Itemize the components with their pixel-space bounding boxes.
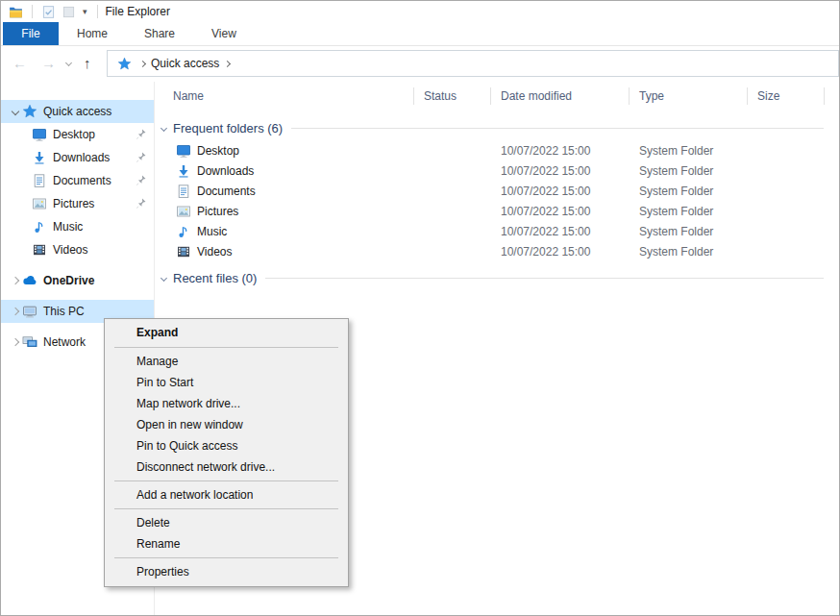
menu-item-open-in-new-window[interactable]: Open in new window bbox=[105, 414, 348, 435]
chevron-right-icon[interactable] bbox=[12, 338, 19, 346]
tab-share[interactable]: Share bbox=[126, 22, 193, 45]
column-header-status[interactable]: Status bbox=[414, 82, 491, 111]
sidebar-item-pictures[interactable]: Pictures bbox=[1, 192, 154, 215]
chevron-down-icon[interactable] bbox=[161, 274, 167, 281]
sidebar-item-videos[interactable]: Videos bbox=[1, 238, 154, 261]
toolbar-separator bbox=[32, 5, 33, 18]
sidebar-item-label: Desktop bbox=[53, 128, 95, 141]
file-name: Videos bbox=[197, 245, 232, 259]
menu-separator bbox=[114, 508, 338, 509]
documents-icon bbox=[32, 173, 47, 188]
this-pc-icon bbox=[22, 304, 37, 319]
music-icon bbox=[176, 224, 191, 239]
group-divider-line bbox=[265, 278, 824, 279]
column-header-name[interactable]: Name bbox=[155, 82, 414, 111]
tab-file[interactable]: File bbox=[3, 22, 59, 45]
context-menu: Expand Manage Pin to Start Map network d… bbox=[104, 318, 349, 587]
menu-item-properties[interactable]: Properties bbox=[105, 561, 348, 582]
properties-icon[interactable] bbox=[41, 5, 56, 19]
file-explorer-window: ▾ File Explorer File Home Share View ← →… bbox=[0, 0, 840, 616]
videos-icon bbox=[32, 242, 47, 258]
chevron-right-icon[interactable] bbox=[12, 308, 19, 315]
sidebar-item-documents[interactable]: Documents bbox=[1, 169, 154, 192]
sidebar-item-label: Network bbox=[43, 335, 86, 349]
file-name: Documents bbox=[197, 185, 256, 198]
file-type: System Folder bbox=[630, 185, 748, 198]
menu-item-manage[interactable]: Manage bbox=[105, 351, 348, 372]
file-name: Downloads bbox=[197, 164, 254, 178]
file-type: System Folder bbox=[630, 225, 748, 238]
menu-item-add-network-location[interactable]: Add a network location bbox=[105, 484, 348, 505]
ribbon-tabs: File Home Share View bbox=[1, 22, 839, 46]
title-bar: ▾ File Explorer bbox=[1, 1, 839, 22]
menu-item-expand[interactable]: Expand bbox=[105, 322, 348, 344]
group-header-recent-files[interactable]: Recent files (0) bbox=[155, 268, 839, 287]
sidebar-item-music[interactable]: Music bbox=[1, 215, 154, 238]
file-name: Music bbox=[197, 225, 227, 238]
address-box[interactable]: Quick access bbox=[107, 50, 839, 77]
address-bar: ← → ↑ Quick access bbox=[1, 46, 839, 82]
breadcrumb-chevron-icon[interactable] bbox=[224, 60, 231, 66]
toolbar-separator bbox=[97, 5, 98, 18]
menu-item-pin-to-start[interactable]: Pin to Start bbox=[105, 372, 348, 393]
column-header-type[interactable]: Type bbox=[630, 82, 748, 111]
table-row[interactable]: Videos 10/07/2022 15:00 System Folder bbox=[155, 241, 839, 261]
music-icon bbox=[32, 219, 47, 234]
chevron-down-icon[interactable] bbox=[161, 124, 167, 131]
table-row[interactable]: Music 10/07/2022 15:00 System Folder bbox=[155, 221, 839, 241]
menu-item-map-network-drive[interactable]: Map network drive... bbox=[105, 393, 348, 414]
chevron-down-icon[interactable] bbox=[12, 108, 19, 115]
sidebar-item-downloads[interactable]: Downloads bbox=[1, 146, 154, 169]
column-divider[interactable] bbox=[824, 87, 825, 105]
sidebar-item-desktop[interactable]: Desktop bbox=[1, 123, 154, 146]
menu-item-disconnect-network-drive[interactable]: Disconnect network drive... bbox=[105, 456, 348, 478]
sidebar-item-label: Music bbox=[53, 220, 83, 234]
downloads-icon bbox=[32, 150, 47, 165]
sidebar-item-label: Downloads bbox=[53, 151, 110, 164]
sidebar-item-quick-access[interactable]: Quick access bbox=[1, 100, 154, 123]
menu-separator bbox=[114, 347, 338, 348]
tab-view[interactable]: View bbox=[193, 22, 255, 45]
desktop-icon bbox=[32, 127, 47, 142]
customize-toolbar-icon[interactable]: ▾ bbox=[83, 5, 87, 19]
menu-item-rename[interactable]: Rename bbox=[105, 533, 348, 554]
onedrive-cloud-icon bbox=[22, 273, 37, 288]
menu-item-delete[interactable]: Delete bbox=[105, 512, 348, 533]
breadcrumb[interactable]: Quick access bbox=[151, 57, 219, 70]
downloads-icon bbox=[176, 163, 191, 179]
tab-home[interactable]: Home bbox=[59, 22, 126, 45]
sidebar-item-label: This PC bbox=[43, 305, 85, 318]
new-folder-icon[interactable] bbox=[62, 5, 76, 19]
file-name: Pictures bbox=[197, 205, 238, 218]
column-headers: Name Status Date modified Type Size bbox=[155, 82, 839, 111]
column-header-date-modified[interactable]: Date modified bbox=[491, 82, 630, 111]
chevron-right-icon[interactable] bbox=[12, 277, 19, 284]
sidebar-item-label: Documents bbox=[53, 174, 111, 187]
up-button[interactable]: ↑ bbox=[84, 54, 91, 73]
group-header-frequent-folders[interactable]: Frequent folders (6) bbox=[155, 118, 839, 137]
pictures-icon bbox=[32, 196, 47, 211]
table-row[interactable]: Downloads 10/07/2022 15:00 System Folder bbox=[155, 160, 839, 181]
file-date-modified: 10/07/2022 15:00 bbox=[491, 164, 630, 178]
pin-icon bbox=[135, 174, 147, 186]
back-button[interactable]: ← bbox=[12, 54, 27, 73]
pin-icon bbox=[135, 128, 147, 140]
file-date-modified: 10/07/2022 15:00 bbox=[491, 185, 630, 198]
sidebar-item-label: Videos bbox=[53, 243, 87, 257]
sidebar-item-label: Quick access bbox=[43, 105, 111, 118]
table-row[interactable]: Desktop 10/07/2022 15:00 System Folder bbox=[155, 140, 839, 160]
menu-separator bbox=[114, 480, 338, 481]
table-row[interactable]: Documents 10/07/2022 15:00 System Folder bbox=[155, 181, 839, 201]
breadcrumb-chevron-icon[interactable] bbox=[139, 60, 146, 66]
file-type: System Folder bbox=[630, 164, 748, 178]
forward-button[interactable]: → bbox=[41, 54, 56, 73]
column-header-size[interactable]: Size bbox=[748, 82, 825, 111]
table-row[interactable]: Pictures 10/07/2022 15:00 System Folder bbox=[155, 201, 839, 221]
menu-item-pin-to-quick-access[interactable]: Pin to Quick access bbox=[105, 435, 348, 456]
recent-locations-icon[interactable] bbox=[65, 60, 72, 66]
file-date-modified: 10/07/2022 15:00 bbox=[491, 245, 630, 259]
sidebar-item-onedrive[interactable]: OneDrive bbox=[1, 269, 154, 292]
file-type: System Folder bbox=[630, 144, 748, 158]
quick-access-star-icon bbox=[22, 104, 37, 119]
file-type: System Folder bbox=[630, 245, 748, 259]
